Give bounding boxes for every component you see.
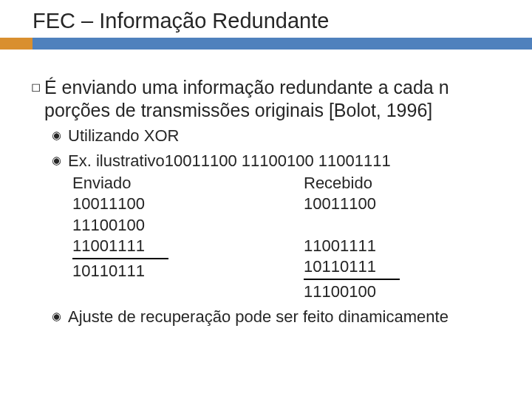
sent-column: Enviado 10011100 11100100 11001111 10110… (72, 173, 274, 302)
accent-blue (33, 38, 532, 50)
recv-value: 10011100 (304, 194, 505, 214)
bullet-level2: ◉ Utilizando XOR (52, 126, 505, 146)
bullet-level1: ◻ É enviando uma informação redundante a… (31, 76, 505, 121)
bullet-level2: ◉ Ajuste de recuperação pode ser feito d… (52, 307, 505, 327)
received-column: Recebido 10011100 11001111 10110111 1110… (274, 173, 505, 302)
example-columns: Enviado 10011100 11100100 11001111 10110… (72, 173, 505, 302)
bullet-text: Ex. ilustrativo10011100 11100100 1100111… (68, 151, 505, 171)
target-bullet-icon: ◉ (52, 151, 68, 167)
slide-body: ◻ É enviando uma informação redundante a… (0, 50, 532, 327)
recv-value: 11001111 (304, 236, 505, 256)
slide-title: FEC – Informação Redundante (33, 9, 532, 33)
sent-value: 10110111 (72, 261, 274, 282)
sent-value: 11100100 (72, 215, 274, 236)
bullet-text: Ajuste de recuperação pode ser feito din… (68, 307, 505, 327)
recv-value: 10110111 (304, 256, 505, 277)
recv-header: Recebido (304, 173, 505, 194)
target-bullet-icon: ◉ (52, 126, 68, 142)
divider-line (304, 279, 400, 280)
bullet-text: É enviando uma informação redundante a c… (44, 76, 505, 121)
title-wrap: FEC – Informação Redundante (0, 0, 532, 33)
missing-value-gap (304, 215, 505, 236)
recv-recovered: 11100100 (304, 282, 505, 302)
sent-header: Enviado (72, 173, 274, 194)
divider-line (72, 258, 168, 259)
accent-orange (0, 38, 33, 50)
accent-bar (0, 38, 532, 50)
sent-value: 11001111 (72, 236, 274, 256)
slide: FEC – Informação Redundante ◻ É enviando… (0, 0, 532, 399)
bullet-text: Utilizando XOR (68, 126, 505, 146)
sent-value: 10011100 (72, 194, 274, 214)
bullet-level2: ◉ Ex. ilustrativo10011100 11100100 11001… (52, 151, 505, 171)
square-bullet-icon: ◻ (31, 76, 44, 95)
target-bullet-icon: ◉ (52, 307, 68, 323)
